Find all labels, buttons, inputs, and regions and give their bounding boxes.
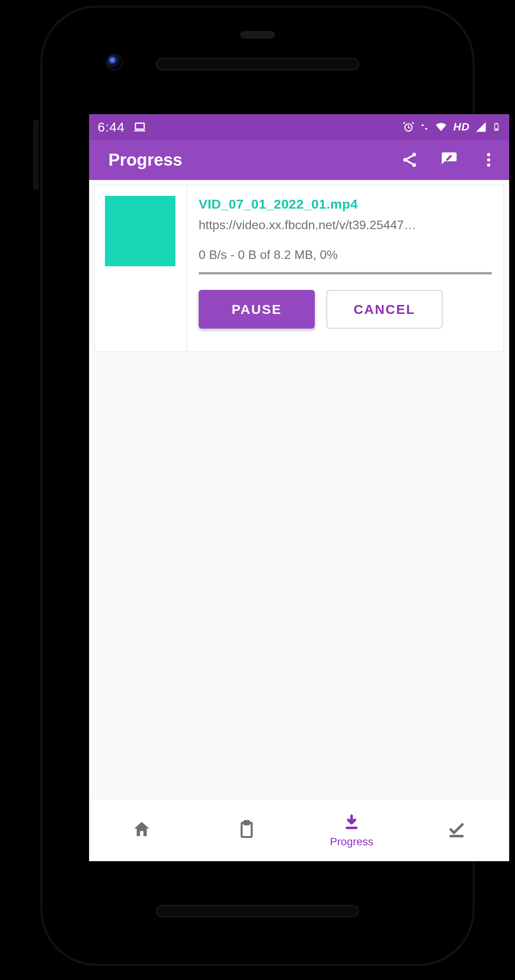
alarm-icon [402, 121, 415, 133]
clipboard-icon [237, 819, 257, 840]
tab-clipboard[interactable]: Clipboard [194, 800, 299, 861]
bottom-nav: Home Clipboard Progress Done [89, 799, 509, 861]
download-icon [342, 813, 362, 833]
done-icon [446, 819, 467, 840]
phone-frame: 6:44 [43, 8, 472, 964]
tab-label: Progress [330, 836, 373, 848]
phone-notch [240, 31, 275, 39]
tab-done[interactable]: Done [404, 800, 509, 861]
download-filename: VID_07_01_2022_01.mp4 [199, 197, 492, 212]
phone-front-camera [106, 54, 123, 70]
status-time: 6:44 [98, 120, 125, 135]
svg-point-6 [403, 158, 407, 162]
svg-point-5 [412, 153, 416, 157]
download-progress-bar [199, 272, 492, 274]
download-card: VID_07_01_2022_01.mp4 https://video.xx.f… [94, 185, 504, 352]
status-bar: 6:44 [89, 114, 509, 140]
svg-point-10 [487, 163, 490, 166]
download-info: VID_07_01_2022_01.mp4 https://video.xx.f… [187, 186, 503, 351]
page-title: Progress [108, 150, 182, 170]
svg-rect-3 [495, 123, 498, 124]
content-area: VID_07_01_2022_01.mp4 https://video.xx.f… [89, 180, 509, 799]
pause-button[interactable]: PAUSE [199, 290, 315, 329]
video-thumbnail[interactable] [105, 196, 175, 266]
tab-progress[interactable]: Progress [299, 800, 404, 861]
data-updown-icon [420, 122, 429, 132]
svg-point-9 [487, 158, 490, 161]
download-stats: 0 B/s - 0 B of 8.2 MB, 0% [199, 248, 492, 262]
phone-side-button [33, 120, 41, 190]
screen: 6:44 [89, 114, 509, 861]
svg-rect-12 [244, 821, 249, 824]
app-bar: Progress [89, 140, 509, 180]
thumbnail-column [95, 186, 187, 351]
download-url: https://video.xx.fbcdn.net/v/t39.25447… [199, 218, 492, 232]
svg-rect-4 [495, 128, 498, 130]
feedback-icon[interactable] [440, 151, 458, 169]
cancel-button[interactable]: CANCEL [326, 290, 443, 329]
more-vert-icon[interactable] [480, 151, 498, 169]
svg-rect-0 [136, 123, 144, 129]
home-icon [132, 819, 152, 840]
hd-indicator: HD [453, 121, 470, 133]
cell-signal-icon [475, 121, 487, 133]
battery-icon [492, 120, 501, 134]
svg-point-7 [412, 163, 416, 167]
svg-rect-13 [346, 826, 357, 829]
laptop-icon [133, 120, 146, 134]
svg-point-8 [487, 153, 490, 156]
wifi-icon [434, 121, 448, 133]
tab-home[interactable]: Home [89, 800, 194, 861]
share-icon[interactable] [401, 151, 419, 169]
